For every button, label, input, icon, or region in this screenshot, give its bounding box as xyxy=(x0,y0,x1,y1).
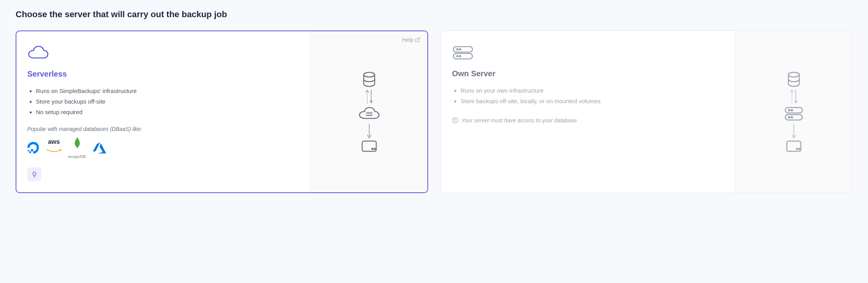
storage-icon xyxy=(785,140,802,153)
bidirectional-arrow-icon xyxy=(363,88,375,105)
svg-rect-2 xyxy=(28,150,29,152)
external-link-icon xyxy=(415,37,420,43)
serverless-diagram-panel: Help xyxy=(310,31,427,192)
hint-button[interactable] xyxy=(27,167,41,181)
mongodb-logo: mongoDB xyxy=(69,137,86,159)
own-server-card-body: Own Server Runs on your own infrastructu… xyxy=(441,31,735,193)
svg-point-13 xyxy=(457,49,458,50)
cloud-server-icon xyxy=(358,105,381,122)
svg-rect-1 xyxy=(29,151,31,153)
info-icon xyxy=(452,117,458,124)
svg-point-28 xyxy=(788,116,790,118)
bullet-item: Store your backups off-site xyxy=(36,96,299,107)
serverless-card-body: Serverless Runs on SimpleBackups' infras… xyxy=(16,31,310,192)
svg-point-17 xyxy=(459,56,461,57)
svg-rect-24 xyxy=(785,107,802,113)
svg-point-20 xyxy=(455,119,455,119)
own-server-diagram-panel xyxy=(735,31,852,193)
help-link[interactable]: Help xyxy=(402,37,420,43)
own-server-info: Your server must have access to your dat… xyxy=(452,117,724,124)
azure-logo xyxy=(93,142,106,154)
server-choice-cards: Serverless Runs on SimpleBackups' infras… xyxy=(16,30,852,193)
svg-point-29 xyxy=(791,116,793,118)
own-server-title: Own Server xyxy=(452,69,724,78)
bullet-item: Runs on your own infrastructure xyxy=(461,85,724,96)
svg-point-16 xyxy=(457,56,458,57)
database-icon xyxy=(785,71,802,88)
svg-rect-0 xyxy=(31,149,33,151)
mongodb-text: mongoDB xyxy=(68,154,86,159)
svg-point-33 xyxy=(799,149,800,150)
serverless-bullets: Runs on SimpleBackups' infrastructure St… xyxy=(27,86,299,117)
serverless-card[interactable]: Serverless Runs on SimpleBackups' infras… xyxy=(16,30,428,193)
popular-text: Popular with managed databases (DBaaS) l… xyxy=(27,126,299,132)
bullet-item: No setup required xyxy=(36,107,299,117)
aws-text: aws xyxy=(48,138,60,145)
own-server-info-text: Your server must have access to your dat… xyxy=(461,117,578,124)
svg-point-10 xyxy=(372,149,373,150)
digitalocean-logo xyxy=(27,142,39,154)
bidirectional-arrow-icon xyxy=(788,88,800,105)
svg-rect-15 xyxy=(454,54,473,59)
own-server-diagram xyxy=(784,71,804,153)
down-arrow-icon xyxy=(790,122,798,140)
page-title: Choose the server that will carry out th… xyxy=(16,9,852,20)
database-icon xyxy=(361,71,378,88)
cloud-icon xyxy=(27,45,299,63)
svg-point-3 xyxy=(364,72,375,77)
server-unit-icon xyxy=(784,105,804,122)
svg-point-14 xyxy=(459,49,461,50)
own-server-card[interactable]: Own Server Runs on your own infrastructu… xyxy=(441,30,852,193)
bullet-item: Store backups off-site, locally, or on m… xyxy=(461,96,724,106)
serverless-diagram xyxy=(358,71,381,153)
bullet-item: Runs on SimpleBackups' infrastructure xyxy=(36,86,299,96)
storage-icon xyxy=(361,140,378,153)
svg-point-11 xyxy=(374,149,375,150)
serverless-title: Serverless xyxy=(27,70,299,79)
down-arrow-icon xyxy=(365,122,373,140)
svg-point-21 xyxy=(788,72,799,77)
svg-rect-27 xyxy=(785,115,802,120)
svg-point-26 xyxy=(791,109,793,111)
server-stack-icon xyxy=(452,45,724,62)
svg-point-25 xyxy=(788,109,790,111)
svg-rect-12 xyxy=(454,47,473,52)
help-label: Help xyxy=(402,37,413,43)
svg-point-32 xyxy=(796,149,797,150)
own-server-bullets: Runs on your own infrastructure Store ba… xyxy=(452,85,724,106)
lightbulb-icon xyxy=(31,171,37,177)
provider-logos: aws mongoDB xyxy=(27,137,299,159)
aws-logo: aws xyxy=(46,138,62,157)
